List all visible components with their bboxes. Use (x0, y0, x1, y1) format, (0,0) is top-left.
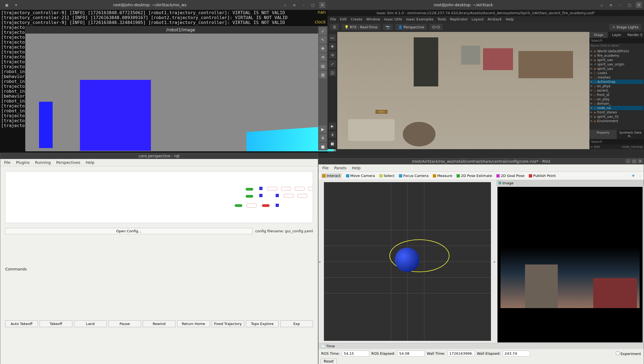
visibility-icon[interactable]: 👁 (590, 120, 593, 123)
isaac-menu-edit[interactable]: Edit (340, 17, 347, 21)
experimental-checkbox[interactable]: Experiment (616, 351, 641, 356)
search-icon[interactable]: ⌕ (282, 2, 288, 8)
move-tool-icon[interactable]: ✥ (329, 43, 336, 50)
image-panel-header[interactable]: Image (496, 180, 644, 186)
signal-icon[interactable]: ((•)) (430, 24, 443, 30)
stop-icon[interactable]: ■ (319, 143, 327, 151)
tree-node[interactable]: 👁▫on_phys (590, 84, 643, 88)
tab-synthetic[interactable]: Synthetic Data R... (617, 130, 644, 139)
stage-search[interactable]: Search (589, 38, 644, 43)
ros-elapsed-field[interactable] (397, 351, 425, 356)
visibility-icon[interactable]: 👁 (590, 111, 593, 114)
rqt-menu-file[interactable]: File (4, 160, 10, 165)
takeoff-button[interactable]: Takeoff (40, 320, 72, 327)
visibility-icon[interactable]: 👁 (590, 63, 593, 66)
rqt-menu-running[interactable]: Running (35, 160, 51, 165)
property-search[interactable]: Search (589, 139, 644, 145)
rviz-3d-view[interactable] (324, 182, 491, 341)
play-icon[interactable]: ▶ (329, 122, 336, 130)
rviz-menu-file[interactable]: File (322, 166, 329, 170)
time-header[interactable]: 🕘 Time (318, 343, 644, 349)
tree-node[interactable]: 👁◈Environment (590, 119, 643, 123)
isaac-menu-create[interactable]: Create (351, 17, 362, 21)
auto-takeoff-button[interactable]: Auto Takeoff (5, 320, 38, 327)
tree-node[interactable]: 👁▫on_play (590, 97, 643, 101)
minimize-icon[interactable]: – (617, 2, 623, 8)
tab-layer[interactable]: Layer (608, 32, 626, 38)
expand-tool-icon[interactable]: ⤢ (319, 27, 327, 35)
topo-explore-button[interactable]: Topo Explore (246, 320, 279, 327)
tree-node[interactable]: 👁▢Looks (590, 71, 643, 75)
play-icon[interactable]: ▶ (319, 125, 327, 133)
minimize-icon[interactable]: – (301, 2, 307, 8)
tree-node[interactable]: 👁▫node_na (590, 106, 643, 110)
minimize-icon[interactable]: – (626, 159, 631, 163)
rqt-menu-plugins[interactable]: Plugins (16, 160, 29, 165)
tab-render[interactable]: Render S (626, 32, 644, 38)
tree-node[interactable]: 👁↗spirit_uav_origin (590, 62, 643, 67)
select-tool[interactable]: Select (379, 174, 395, 178)
isaac-menu-isaac-utils[interactable]: Isaac Utils (384, 17, 402, 21)
visibility-icon[interactable]: 👁 (590, 89, 593, 92)
visibility-icon[interactable]: 👁 (590, 67, 593, 70)
tree-node[interactable]: 👁◈World (defaultPrim) (590, 49, 643, 53)
search-icon[interactable]: ⌕ (599, 2, 605, 8)
interact-tool[interactable]: Interact (321, 173, 342, 178)
refresh-tool-icon[interactable]: ⟲ (319, 53, 327, 61)
reset-button[interactable]: Reset (321, 359, 337, 364)
tree-node[interactable]: 👁◈front_stereo (590, 110, 643, 115)
isaac-menu-file[interactable]: File (330, 17, 336, 21)
wall-elapsed-field[interactable] (503, 351, 530, 356)
stack2-tool-icon[interactable]: ▥ (319, 71, 327, 79)
wall-time-field[interactable] (448, 351, 475, 356)
visibility-icon[interactable]: 👁 (590, 94, 593, 97)
rqt-graph-pane[interactable] (5, 171, 313, 223)
close-icon[interactable]: ✕ (636, 2, 642, 8)
visibility-icon[interactable]: 👁 (590, 59, 593, 62)
tab-property[interactable]: Property (589, 130, 617, 139)
land-button[interactable]: Land (74, 320, 107, 327)
tree-node[interactable]: 👁▫front_st (590, 93, 643, 97)
tree-node[interactable]: 👁◈spirit_uav_01 (590, 115, 643, 119)
open-config-button[interactable]: Open Config... (5, 228, 252, 234)
menu-icon[interactable]: ≡ (291, 2, 297, 8)
isaac-menu-window[interactable]: Window (366, 17, 380, 21)
pause-button[interactable]: Pause (108, 320, 141, 327)
isaac-menu-airstack[interactable]: Airstack (488, 17, 502, 21)
visibility-icon[interactable]: 👁 (590, 107, 593, 110)
visibility-icon[interactable]: 👁 (590, 50, 593, 53)
tree-node[interactable]: 👁◇ActionGrap (590, 80, 643, 84)
tree-node[interactable]: 👁◈spirit_uav (590, 67, 643, 71)
ros-time-field[interactable] (342, 351, 369, 356)
isaac-menu-isaac-examples[interactable]: Isaac Examples (406, 17, 434, 21)
pause-icon[interactable]: ⏸ (329, 131, 336, 138)
isaac-menu-tools[interactable]: Tools (437, 17, 446, 21)
2d-goal-pose-tool[interactable]: 2D Goal Pose (496, 174, 524, 178)
pause-icon[interactable]: ⏸ (319, 134, 327, 142)
menu-icon[interactable]: ≡ (608, 2, 614, 8)
isaac-menu-help[interactable]: Help (506, 17, 514, 21)
pointer-tool-icon[interactable]: ↖ (319, 36, 327, 44)
rviz-menu-panels[interactable]: Panels (334, 166, 346, 170)
tab-stage[interactable]: Stage (589, 32, 608, 38)
visibility-icon[interactable]: 👁 (590, 76, 593, 79)
isaac-menu-replicator[interactable]: Replicator (450, 17, 468, 21)
left-splitter[interactable]: ▸ (318, 180, 322, 343)
focus-camera-tool[interactable]: Focus Camera (399, 174, 428, 178)
tree-node[interactable]: 👁▢meshes (590, 75, 643, 80)
fixed-trajectory-button[interactable]: Fixed Trajectory (211, 320, 244, 327)
viewport-settings-icon[interactable]: ☰ (330, 24, 339, 30)
2d-pose-estimate-tool[interactable]: 2D Pose Estimate (457, 174, 492, 178)
rtx-mode-button[interactable]: 💡RTX - Real-Time (342, 24, 380, 30)
maximize-icon[interactable]: ▢ (310, 2, 316, 8)
tree-node[interactable]: 👁▫ascent_ (590, 88, 643, 93)
visibility-icon[interactable]: 👁 (590, 85, 593, 88)
perspective-button[interactable]: 👤Perspective (395, 24, 427, 30)
terminal-tab-new-icon[interactable]: ▣ (4, 2, 10, 8)
snap-tool-icon[interactable]: ◫ (329, 69, 336, 76)
close-icon[interactable]: ✕ (638, 159, 643, 163)
stop-icon[interactable]: ■ (329, 140, 336, 147)
remove-tool-icon[interactable]: – (639, 174, 641, 178)
visibility-icon[interactable]: 👁 (590, 54, 593, 57)
move-tool-icon[interactable]: ✥ (319, 45, 327, 52)
